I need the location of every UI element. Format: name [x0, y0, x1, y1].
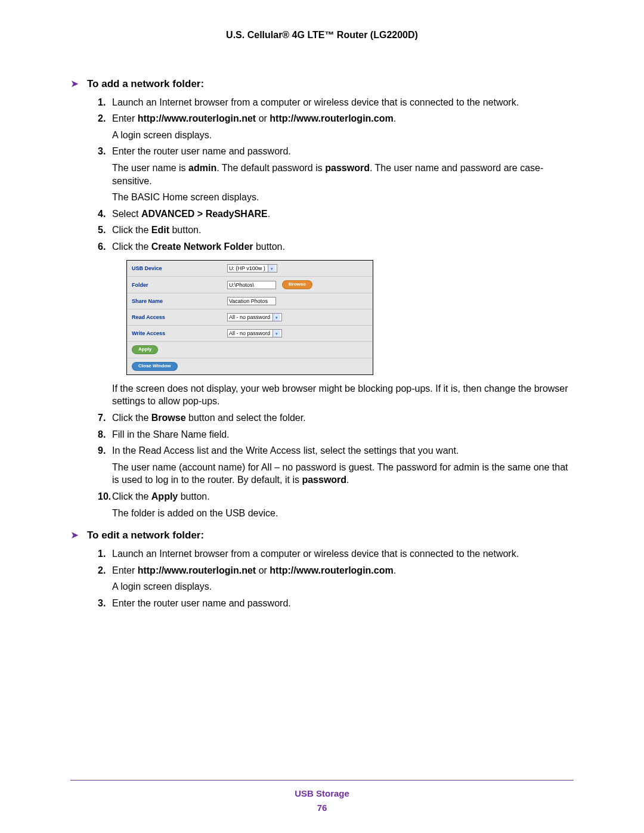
step-text: Enter the router user name and password. — [112, 146, 291, 156]
step-item: 2. Enter http://www.routerlogin.net or h… — [98, 564, 574, 593]
folder-input[interactable]: U:\Photos\ — [227, 281, 276, 289]
step-number: 7. — [98, 411, 106, 425]
read-access-select[interactable]: All - no password▾ — [227, 313, 282, 321]
footer-divider — [70, 780, 574, 781]
dialog-row-share-name: Share Name Vacation Photos — [127, 293, 373, 309]
step-text: Launch an Internet browser from a comput… — [112, 549, 519, 559]
step-text: Click the Apply button. — [112, 491, 210, 501]
step-item: 8. Fill in the Share Name field. — [98, 428, 574, 441]
step-item: 7. Click the Browse button and select th… — [98, 411, 574, 425]
step-item: 4. Select ADVANCED > ReadySHARE. — [98, 208, 574, 221]
close-window-button[interactable]: Close Window — [132, 362, 178, 371]
chevron-right-icon: ➤ — [70, 79, 79, 89]
step-number: 1. — [98, 96, 106, 109]
step-para: The folder is added on the USB device. — [112, 507, 574, 520]
write-access-select[interactable]: All - no password▾ — [227, 329, 282, 337]
steps-edit: 1. Launch an Internet browser from a com… — [98, 547, 574, 609]
dialog-label: Folder — [132, 281, 227, 289]
step-item: 9. In the Read Access list and the Write… — [98, 444, 574, 487]
dialog-label: Share Name — [132, 298, 227, 305]
step-number: 2. — [98, 112, 106, 125]
section-heading-edit-label: To edit a network folder: — [87, 529, 204, 543]
dialog-row-write-access: Write Access All - no password▾ — [127, 326, 373, 342]
dialog-label: Write Access — [132, 330, 227, 337]
step-number: 6. — [98, 240, 106, 253]
step-number: 5. — [98, 224, 106, 237]
step-text: Click the Edit button. — [112, 225, 201, 235]
step-text: Enter http://www.routerlogin.net or http… — [112, 113, 396, 123]
apply-button[interactable]: Apply — [132, 345, 158, 354]
step-text: Click the Browse button and select the f… — [112, 413, 306, 423]
step-text: Select ADVANCED > ReadySHARE. — [112, 209, 270, 219]
step-item: 1. Launch an Internet browser from a com… — [98, 96, 574, 109]
dialog-row-close: Close Window — [127, 358, 373, 374]
browse-button[interactable]: Browse — [282, 280, 312, 289]
dialog-row-usb-device: USB Device U: (HP v100w )▾ — [127, 261, 373, 277]
usb-device-select[interactable]: U: (HP v100w )▾ — [227, 264, 277, 272]
step-number: 8. — [98, 428, 106, 441]
step-para: The BASIC Home screen displays. — [112, 191, 574, 204]
step-item: 3. Enter the router user name and passwo… — [98, 145, 574, 203]
step-para: The user name (account name) for All – n… — [112, 461, 574, 487]
dialog-label: Read Access — [132, 314, 227, 321]
step-number: 3. — [98, 145, 106, 158]
step-text: In the Read Access list and the Write Ac… — [112, 445, 459, 456]
steps-add: 1. Launch an Internet browser from a com… — [98, 96, 574, 520]
step-para: The user name is admin. The default pass… — [112, 162, 574, 187]
page-header-title: U.S. Cellular® 4G LTE™ Router (LG2200D) — [70, 29, 574, 42]
chevron-down-icon: ▾ — [273, 330, 280, 337]
step-text: Enter the router user name and password. — [112, 598, 291, 608]
step-para: A login screen displays. — [112, 129, 574, 142]
step-text: Launch an Internet browser from a comput… — [112, 97, 519, 107]
step-item: 2. Enter http://www.routerlogin.net or h… — [98, 112, 574, 141]
step-text: Click the Create Network Folder button. — [112, 241, 285, 252]
step-para: If the screen does not display, your web… — [112, 383, 568, 407]
share-name-input[interactable]: Vacation Photos — [227, 297, 276, 305]
step-item: 6. Click the Create Network Folder butto… — [98, 240, 574, 408]
step-item: 1. Launch an Internet browser from a com… — [98, 547, 574, 561]
step-text: Fill in the Share Name field. — [112, 429, 230, 439]
step-number: 10. — [98, 490, 111, 503]
dialog-row-folder: Folder U:\Photos\ Browse — [127, 277, 373, 293]
step-number: 2. — [98, 564, 106, 577]
step-number: 9. — [98, 444, 106, 457]
step-para: A login screen displays. — [112, 580, 574, 593]
step-item: 3. Enter the router user name and passwo… — [98, 597, 574, 610]
chevron-down-icon: ▾ — [273, 314, 280, 321]
section-heading-add: ➤ To add a network folder: — [70, 78, 574, 91]
step-text: Enter http://www.routerlogin.net or http… — [112, 565, 396, 575]
create-network-folder-dialog: USB Device U: (HP v100w )▾ Folder U:\Pho… — [126, 260, 373, 374]
chevron-down-icon: ▾ — [268, 265, 275, 272]
step-item: 5. Click the Edit button. — [98, 224, 574, 237]
footer-section-title: USB Storage — [70, 788, 574, 800]
page-footer: USB Storage 76 — [70, 780, 574, 815]
section-heading-edit: ➤ To edit a network folder: — [70, 529, 574, 543]
step-number: 4. — [98, 208, 106, 221]
step-number: 3. — [98, 597, 106, 610]
section-heading-add-label: To add a network folder: — [87, 78, 204, 91]
dialog-row-apply: Apply — [127, 342, 373, 358]
chevron-right-icon: ➤ — [70, 530, 79, 540]
dialog-row-read-access: Read Access All - no password▾ — [127, 309, 373, 326]
step-number: 1. — [98, 547, 106, 561]
dialog-label: USB Device — [132, 265, 227, 272]
footer-page-number: 76 — [70, 802, 574, 814]
step-item: 10. Click the Apply button. The folder i… — [98, 490, 574, 519]
